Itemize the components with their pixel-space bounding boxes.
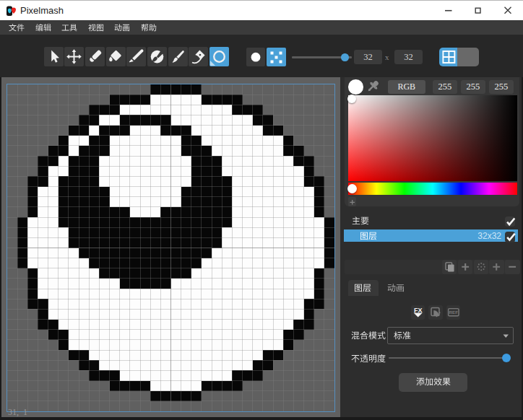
svg-text:REF: REF	[449, 310, 458, 315]
svg-text:FX: FX	[413, 307, 422, 314]
